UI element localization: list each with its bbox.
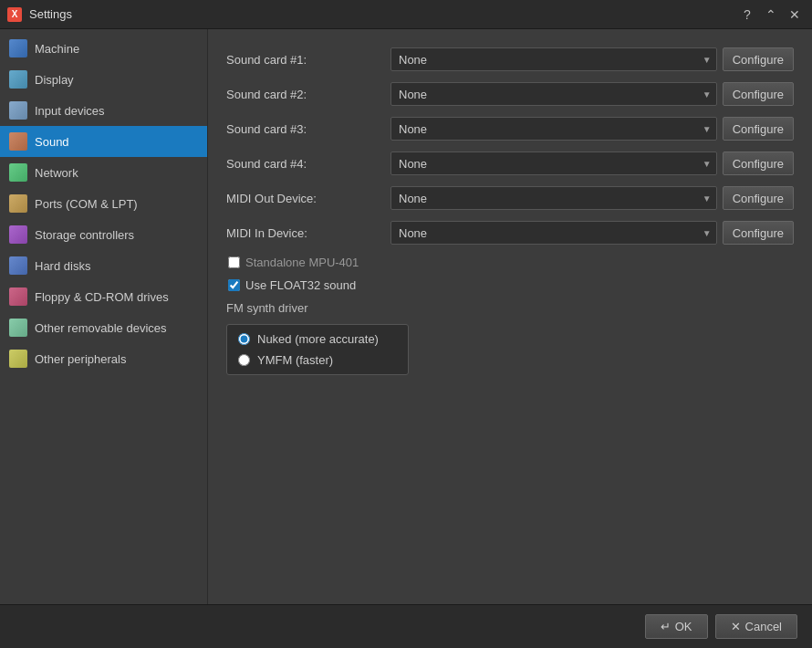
sound-card-3-label: Sound card #3: bbox=[226, 122, 390, 136]
ok-button[interactable]: ↵ OK bbox=[645, 614, 708, 639]
nuked-label[interactable]: Nuked (more accurate) bbox=[257, 332, 379, 346]
sound-card-4-label: Sound card #4: bbox=[226, 157, 390, 171]
sound-card-2-select[interactable]: None bbox=[390, 82, 717, 106]
ports-icon bbox=[9, 194, 27, 213]
sound-card-2-configure-button[interactable]: Configure bbox=[723, 82, 794, 106]
sidebar-item-sound[interactable]: Sound bbox=[0, 126, 207, 157]
sound-card-4-configure-button[interactable]: Configure bbox=[723, 152, 794, 175]
midi-in-select-wrapper: None ▼ bbox=[390, 221, 717, 245]
cancel-button[interactable]: ✕ Cancel bbox=[715, 614, 797, 639]
input-icon bbox=[9, 101, 27, 120]
sidebar-item-peripherals[interactable]: Other peripherals bbox=[0, 343, 207, 374]
sound-card-1-controls: None ▼ Configure bbox=[390, 47, 794, 71]
midi-out-configure-button[interactable]: Configure bbox=[723, 186, 794, 210]
standalone-mpu-checkbox[interactable] bbox=[228, 256, 240, 268]
sound-icon bbox=[9, 132, 27, 151]
sound-card-4-row: Sound card #4: None ▼ Configure bbox=[226, 152, 794, 175]
sidebar-label-storage: Storage controllers bbox=[35, 228, 134, 242]
sidebar-label-display: Display bbox=[35, 73, 74, 87]
standalone-mpu-label[interactable]: Standalone MPU-401 bbox=[245, 256, 359, 269]
sound-card-3-select-wrapper: None ▼ bbox=[390, 117, 717, 141]
midi-out-label: MIDI Out Device: bbox=[226, 192, 390, 205]
title-bar: X Settings ? ⌃ ✕ bbox=[0, 0, 812, 29]
fm-synth-label: FM synth driver bbox=[226, 301, 794, 315]
close-button[interactable]: ✕ bbox=[785, 5, 805, 25]
sidebar-item-input-devices[interactable]: Input devices bbox=[0, 95, 207, 126]
sidebar-label-removable: Other removable devices bbox=[35, 321, 167, 335]
sound-card-4-controls: None ▼ Configure bbox=[390, 152, 794, 175]
window-title: Settings bbox=[29, 7, 72, 21]
sound-card-2-label: Sound card #2: bbox=[226, 88, 390, 101]
ymfm-label[interactable]: YMFM (faster) bbox=[257, 353, 333, 367]
midi-out-select[interactable]: None bbox=[390, 186, 717, 210]
midi-in-controls: None ▼ Configure bbox=[390, 221, 794, 245]
help-button[interactable]: ? bbox=[737, 5, 757, 25]
sidebar-item-storage-controllers[interactable]: Storage controllers bbox=[0, 219, 207, 250]
sound-card-3-configure-button[interactable]: Configure bbox=[723, 117, 794, 141]
peripherals-icon bbox=[9, 350, 27, 368]
midi-out-row: MIDI Out Device: None ▼ Configure bbox=[226, 186, 794, 210]
sound-card-4-select[interactable]: None bbox=[390, 152, 717, 175]
sidebar-item-network[interactable]: Network bbox=[0, 157, 207, 188]
midi-in-row: MIDI In Device: None ▼ Configure bbox=[226, 221, 794, 245]
sound-card-1-row: Sound card #1: None ▼ Configure bbox=[226, 47, 794, 71]
sidebar-label-input: Input devices bbox=[35, 104, 105, 118]
use-float32-label[interactable]: Use FLOAT32 sound bbox=[245, 278, 356, 292]
main-content: Machine Display Input devices Sound Netw… bbox=[0, 29, 812, 604]
sound-card-2-row: Sound card #2: None ▼ Configure bbox=[226, 82, 794, 106]
sidebar-item-removable[interactable]: Other removable devices bbox=[0, 312, 207, 343]
sound-card-4-select-wrapper: None ▼ bbox=[390, 152, 717, 175]
content-panel: Sound card #1: None ▼ Configure Sound ca… bbox=[208, 29, 812, 604]
title-bar-controls: ? ⌃ ✕ bbox=[737, 5, 805, 25]
sidebar-label-floppy: Floppy & CD-ROM drives bbox=[35, 290, 169, 304]
ymfm-radio[interactable] bbox=[238, 354, 250, 366]
floppy-icon bbox=[9, 287, 27, 306]
sidebar-label-hard: Hard disks bbox=[35, 259, 90, 273]
sidebar-item-floppy-cd[interactable]: Floppy & CD-ROM drives bbox=[0, 281, 207, 312]
network-icon bbox=[9, 163, 27, 182]
sidebar-item-machine[interactable]: Machine bbox=[0, 33, 207, 64]
title-bar-left: X Settings bbox=[7, 7, 72, 22]
sidebar-label-ports: Ports (COM & LPT) bbox=[35, 197, 138, 211]
midi-out-select-wrapper: None ▼ bbox=[390, 186, 717, 210]
sidebar-item-display[interactable]: Display bbox=[0, 64, 207, 95]
sidebar: Machine Display Input devices Sound Netw… bbox=[0, 29, 208, 604]
ok-label: OK bbox=[675, 620, 692, 633]
sidebar-item-ports[interactable]: Ports (COM & LPT) bbox=[0, 188, 207, 219]
sidebar-label-network: Network bbox=[35, 166, 78, 180]
sound-card-3-row: Sound card #3: None ▼ Configure bbox=[226, 117, 794, 141]
midi-in-configure-button[interactable]: Configure bbox=[723, 221, 794, 245]
storage-icon bbox=[9, 225, 27, 244]
hard-disk-icon bbox=[9, 256, 27, 275]
sound-card-1-select[interactable]: None bbox=[390, 47, 717, 71]
cancel-icon: ✕ bbox=[731, 620, 741, 633]
sound-card-1-select-wrapper: None ▼ bbox=[390, 47, 717, 71]
use-float32-checkbox[interactable] bbox=[228, 279, 240, 291]
sound-card-1-configure-button[interactable]: Configure bbox=[723, 47, 794, 71]
display-icon bbox=[9, 70, 27, 89]
nuked-radio[interactable] bbox=[238, 333, 250, 345]
sidebar-item-hard-disks[interactable]: Hard disks bbox=[0, 250, 207, 281]
nuked-radio-row: Nuked (more accurate) bbox=[238, 332, 397, 346]
sound-card-2-controls: None ▼ Configure bbox=[390, 82, 794, 106]
sound-card-2-select-wrapper: None ▼ bbox=[390, 82, 717, 106]
removable-icon bbox=[9, 319, 27, 337]
fm-synth-radio-group: Nuked (more accurate) YMFM (faster) bbox=[226, 324, 409, 375]
footer: ↵ OK ✕ Cancel bbox=[0, 604, 812, 648]
midi-in-label: MIDI In Device: bbox=[226, 226, 390, 240]
midi-in-select[interactable]: None bbox=[390, 221, 717, 245]
sound-card-1-label: Sound card #1: bbox=[226, 53, 390, 67]
app-icon: X bbox=[7, 7, 22, 22]
ymfm-radio-row: YMFM (faster) bbox=[238, 353, 397, 367]
minimize-button[interactable]: ⌃ bbox=[761, 5, 781, 25]
sound-card-3-controls: None ▼ Configure bbox=[390, 117, 794, 141]
use-float32-row: Use FLOAT32 sound bbox=[226, 278, 794, 292]
sidebar-label-machine: Machine bbox=[35, 42, 79, 56]
ok-icon: ↵ bbox=[661, 620, 671, 633]
sound-card-3-select[interactable]: None bbox=[390, 117, 717, 141]
sidebar-label-peripherals: Other peripherals bbox=[35, 352, 126, 366]
midi-out-controls: None ▼ Configure bbox=[390, 186, 794, 210]
machine-icon bbox=[9, 39, 27, 57]
cancel-label: Cancel bbox=[745, 620, 782, 633]
sidebar-label-sound: Sound bbox=[35, 135, 69, 149]
